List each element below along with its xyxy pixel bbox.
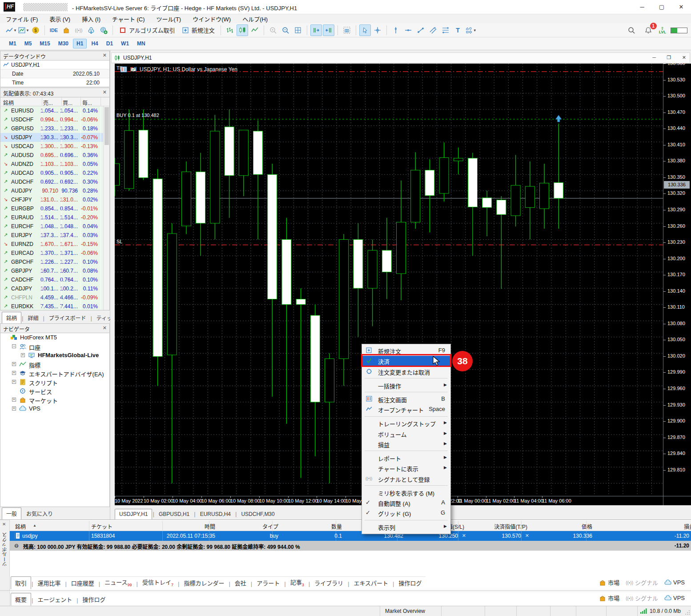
chart-type-line-icon[interactable]: ▾ — [5, 24, 16, 36]
timeframe-m5[interactable]: M5 — [21, 39, 36, 48]
quote-row-cadchf[interactable]: ↗CADCHF0.764...0.764...0.10% — [0, 275, 109, 284]
quote-row-eurgbp[interactable]: ↗EURGBP0.854...0.854...-0.01% — [0, 204, 109, 213]
quote-row-eurnzd[interactable]: ↘EURNZD1.670...1.671...-0.15% — [0, 240, 109, 249]
position-row[interactable]: usdjpy158318042022.05.11 07:15:35buy0.11… — [10, 531, 691, 541]
quote-row-audjpy[interactable]: ↗AUDJPY90.71090.7360.28% — [0, 186, 109, 195]
navigator-item[interactable]: +指標 — [0, 360, 109, 369]
quote-row-eurusd[interactable]: ↗EURUSD1.054...1.054...0.14% — [0, 106, 109, 115]
quote-row-eurjpy[interactable]: ↗EURJPY137.3...137.4...0.03% — [0, 231, 109, 240]
depth-of-market-icon[interactable] — [120, 66, 127, 72]
context-menu-item-新規注文[interactable]: 新規注文F9 — [362, 346, 450, 356]
toolbox-close-icon[interactable]: ✕ — [2, 522, 6, 527]
toolbox-tab-アラート[interactable]: アラート — [253, 577, 284, 589]
context-menu-item-決済[interactable]: 決済 — [362, 356, 450, 366]
context-menu-item-一括操作[interactable]: 一括操作▶ — [362, 380, 450, 391]
quote-row-audcad[interactable]: ↗AUDCAD0.905...0.905...0.22% — [0, 169, 109, 177]
menu-item-0[interactable]: ファイル (F) — [0, 14, 44, 24]
chart-profile-icon[interactable]: ▾ — [17, 24, 29, 36]
maximize-button[interactable]: ▢ — [652, 0, 671, 14]
menu-item-5[interactable]: ウインドウ(W) — [187, 14, 237, 24]
navigator-item[interactable]: +HFMarketsGlobal-Live — [0, 351, 109, 360]
scrollbar-thumb[interactable] — [104, 107, 109, 145]
navigator-item[interactable]: HotForex MT5 — [0, 333, 109, 342]
link-市場[interactable]: 市場 — [599, 594, 619, 602]
zoom-in-button[interactable] — [267, 24, 279, 36]
quote-row-gbpjpy[interactable]: ↗GBPJPY160.7...160.7...0.08% — [0, 266, 109, 275]
menu-item-1[interactable]: 表示 (V) — [44, 14, 76, 24]
context-menu-item-ボリューム[interactable]: ボリューム▶ — [362, 429, 450, 439]
trendline-tool[interactable] — [415, 24, 426, 36]
deposit-icon[interactable]: $ — [30, 24, 41, 36]
navigator-item[interactable]: +VPS — [0, 404, 109, 413]
quote-row-gbpusd[interactable]: ↗GBPUSD1.233...1.233...0.18% — [0, 124, 109, 133]
minimize-button[interactable]: ─ — [632, 0, 652, 14]
metaeditor-ide-button[interactable]: IDE — [48, 24, 60, 36]
services-tab-概要[interactable]: 概要 — [11, 593, 31, 606]
toolbox-tab-指標カレンダー[interactable]: 指標カレンダー — [180, 577, 228, 589]
expand-box-icon[interactable]: + — [12, 398, 16, 402]
screenshot-button[interactable] — [341, 24, 353, 36]
quote-row-chfpln[interactable]: ↗CHFPLN4.459...4.466...-0.09% — [0, 293, 109, 302]
tile-windows-button[interactable] — [292, 24, 304, 36]
context-menu-item-グリッド (G)[interactable]: ✓グリッド (G)G — [362, 508, 450, 518]
market-watch-tab-1[interactable]: 詳細 — [24, 312, 42, 323]
bar-chart-mode-button[interactable] — [224, 24, 236, 36]
chart-tab-3[interactable]: USDCHF,M30 — [237, 509, 278, 519]
timeframe-mn[interactable]: MN — [133, 39, 149, 48]
menu-item-4[interactable]: ツール(T) — [151, 14, 187, 24]
chart-restore-button[interactable]: ❐ — [667, 55, 671, 60]
navigator-item[interactable]: −口座 — [0, 342, 109, 351]
toolbox-tab-ライブラリ[interactable]: ライブラリ — [310, 577, 347, 589]
services-tab-エージェント[interactable]: エージェント — [33, 593, 76, 605]
context-menu-item-トレーリングストップ[interactable]: トレーリングストップ▶ — [362, 418, 450, 428]
toolbox-tab-取引[interactable]: 取引 — [11, 576, 31, 589]
navigator-tab-1[interactable]: お気に入り — [22, 508, 57, 519]
link-市場[interactable]: 市場 — [599, 578, 619, 587]
toolbox-tab-ニュース[interactable]: ニュース99 — [100, 576, 136, 589]
market-watch-scrollbar[interactable] — [103, 106, 109, 310]
close-icon[interactable]: ✕ — [103, 89, 107, 95]
toolbox-tab-操作ログ[interactable]: 操作ログ — [394, 577, 426, 589]
zoom-out-button[interactable] — [280, 24, 291, 36]
quote-row-eurcad[interactable]: ↗EURCAD1.370...1.371...-0.06% — [0, 249, 109, 258]
toolbox-tab-記事[interactable]: 記事3 — [286, 576, 308, 589]
chart-shift-button[interactable] — [323, 24, 334, 36]
context-menu-item-自動調整 (A)[interactable]: ✓自動調整 (A)A — [362, 498, 450, 508]
expand-box-icon[interactable]: + — [21, 353, 25, 357]
quote-row-usdjpy[interactable]: ↘USDJPY130.3...130.3...-0.07% — [0, 133, 109, 142]
collapse-box-icon[interactable]: − — [12, 344, 16, 348]
toolbox-tab-運用比率[interactable]: 運用比率 — [33, 577, 64, 589]
notifications-bell-icon[interactable]: 1 — [643, 24, 654, 36]
channel-tool[interactable] — [427, 24, 439, 36]
menu-item-3[interactable]: チャート (C) — [106, 14, 151, 24]
quote-row-eurchf[interactable]: ↗EURCHF1.048...1.048...0.04% — [0, 222, 109, 231]
timeframe-m30[interactable]: M30 — [55, 39, 72, 48]
navigator-item[interactable]: +スクリプト — [0, 378, 109, 387]
quote-row-chfjpy[interactable]: ↘CHFJPY131.0...131.0...0.02% — [0, 195, 109, 204]
timeframe-m1[interactable]: M1 — [5, 39, 20, 48]
link-シグナル[interactable]: ((•))シグナル — [626, 578, 658, 587]
toolbox-tab-エキスパート[interactable]: エキスパート — [350, 577, 392, 589]
timeframe-d1[interactable]: D1 — [103, 39, 117, 48]
vps-globe-icon[interactable] — [98, 24, 109, 36]
navigator-tab-0[interactable]: 一般 — [2, 507, 21, 519]
link-VPS[interactable]: VPS — [664, 595, 685, 601]
quote-row-gbpchf[interactable]: ↗GBPCHF1.226...1.227...0.10% — [0, 258, 109, 266]
new-order-button[interactable]: 新規注文 — [179, 24, 217, 36]
search-icon[interactable] — [626, 24, 637, 36]
toolbox-tab-会社[interactable]: 会社 — [231, 577, 250, 589]
expand-box-icon[interactable]: + — [12, 407, 16, 411]
toolbox-tab-受信トレイ[interactable]: 受信トレイ7 — [138, 576, 177, 589]
chart-tab-1[interactable]: GBPUSD,H1 — [155, 509, 193, 519]
quote-row-cadjpy[interactable]: ↗CADJPY100.1...100.2...0.11% — [0, 284, 109, 293]
quote-row-audusd[interactable]: ↗AUDUSD0.695...0.696...0.36% — [0, 151, 109, 160]
timeframe-w1[interactable]: W1 — [117, 39, 133, 48]
services-tab-操作ログ[interactable]: 操作ログ — [79, 593, 110, 605]
shapes-tool[interactable]: ▾ — [465, 24, 476, 36]
market-bag-icon[interactable] — [60, 24, 72, 36]
quote-row-audchf[interactable]: ↗AUDCHF0.692...0.692...0.30% — [0, 177, 109, 186]
signals-icon[interactable]: ((•)) — [73, 24, 84, 36]
menu-item-2[interactable]: 挿入 (I) — [76, 14, 106, 24]
timeframe-h4[interactable]: H4 — [88, 39, 101, 48]
context-menu-item-損益[interactable]: 損益▶ — [362, 439, 450, 449]
